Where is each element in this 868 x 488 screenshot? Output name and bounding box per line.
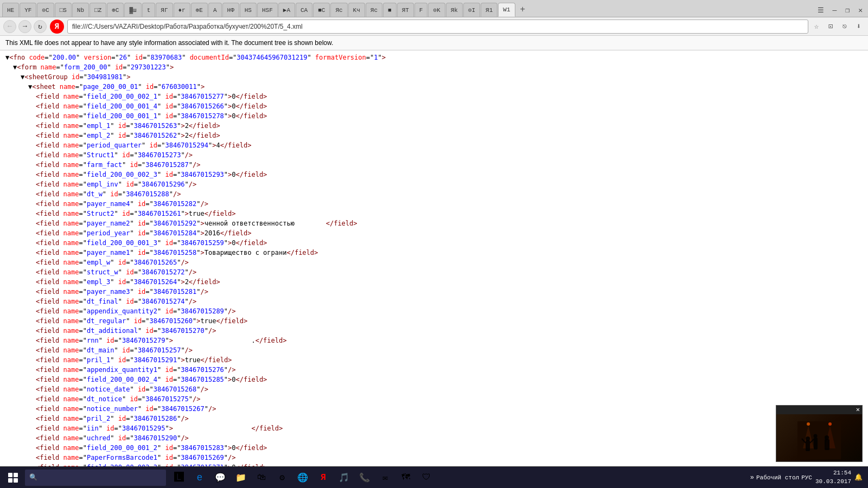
restore-button[interactable]: ❐ [842,5,853,16]
tab-10[interactable]: ЯГ [156,3,173,17]
xml-line-6: <field name="field_200_00_001_4" id="384… [5,101,863,111]
notifications-icon[interactable]: 🔔 [854,473,863,481]
tab-22[interactable]: Яc [366,3,382,17]
tab-26[interactable]: ⊙K [428,3,445,17]
reader-mode-icon[interactable]: ⊡ [825,21,837,33]
tab-11[interactable]: ♦r [174,3,190,17]
xml-line-30: <field name="rnn" id="38467015279"> .</f… [5,336,863,345]
tab-8[interactable]: ▓ш [124,3,141,17]
video-body [776,414,862,461]
svg-rect-16 [14,478,18,483]
taskbar-apps: 🅻 e 💬 📁 🛍 ⚙ 🌐 Я 🎵 📞 ✉ [169,468,436,487]
tab-1[interactable]: НE [2,3,19,17]
taskbar: 🔍 🅻 e 💬 📁 🛍 ⚙ 🌐 Я 🎵 📞 [0,466,868,488]
tab-2[interactable]: YF [20,3,36,17]
tab-30[interactable]: W1 [498,3,515,17]
taskbar-app-edge[interactable]: e [190,468,209,487]
taskbar-app-antivirus[interactable]: 🛡 [417,468,436,487]
taskbar-app-chrome[interactable]: 🌐 [293,468,312,487]
address-bar-row: ← → ↻ Я ☆ ⊡ ⎋ ⬇ [0,17,868,36]
xml-line-10: <field name="period_quarter" id="3846701… [5,140,863,150]
close-button[interactable]: ✕ [855,5,866,16]
xml-line-27: <field name="appendix_quantity2" id="384… [5,306,863,316]
minimize-button[interactable]: ☰ [814,5,827,16]
tab-6[interactable]: □Z [90,3,106,17]
tab-18[interactable]: CA [296,3,312,17]
taskbar-search[interactable]: 🔍 [25,470,166,486]
xml-line-40: <field name="uchred" id="38467015290"/> [5,433,863,443]
system-tray: » Рабочий стол РУС [750,474,812,481]
clock-date: 30.03.2017 [815,478,851,486]
taskbar-app-livewriter[interactable]: 🅻 [169,468,189,487]
tab-4[interactable]: □S [55,3,72,17]
start-button[interactable] [2,468,24,487]
tab-25[interactable]: F [414,3,428,17]
taskbar-app-skype[interactable]: 💬 [210,468,230,487]
xml-info-bar: This XML file does not appear to have an… [0,36,868,50]
share-icon[interactable]: ⎋ [839,21,851,33]
xml-line-37: <field name="notice_number" id="38467015… [5,404,863,414]
video-close-button[interactable]: ✕ [854,406,862,414]
xml-line-42: <field name="PaperFormsBarcode1" id="384… [5,453,863,463]
desktop-label: Рабочий стол [756,474,799,481]
bookmark-icon[interactable]: ☆ [810,21,822,33]
refresh-button[interactable]: ↻ [34,20,47,33]
tab-28[interactable]: ⊙I [463,3,480,17]
language-indicator[interactable]: РУС [801,474,812,481]
xml-content[interactable]: ▼<fno code="200.00" version="26" id="839… [0,50,868,466]
tab-13[interactable]: A [208,3,222,17]
tab-9[interactable]: t [142,3,156,17]
tab-5[interactable]: Nb [72,3,89,17]
svg-rect-13 [8,473,12,477]
tab-23[interactable]: ■ [383,3,397,17]
tab-17[interactable]: ▶A [278,3,295,17]
xml-line-19: <field name="period_year" id="3846701528… [5,228,863,238]
xml-line-22: <field name="empl_w" id="38467015265"/> [5,258,863,267]
xml-line-38: <field name="pril_2" id="38467015286"/> [5,414,863,423]
xml-line-43: <field name="field_200_00_002_2" id="384… [5,463,863,466]
xml-line-26: <field name="dt_final" id="38467015274"/… [5,297,863,306]
xml-info-text: This XML file does not appear to have an… [5,39,333,47]
tab-27[interactable]: Яk [446,3,463,17]
tab-14[interactable]: HФ [222,3,239,17]
svg-point-8 [814,434,818,438]
video-popup: ✕ [776,405,863,462]
back-button[interactable]: ← [3,20,16,33]
taskbar-app-map[interactable]: 🗺 [396,468,416,487]
yandex-logo: Я [50,20,64,34]
xml-line-15: <field name="dt_w" id="38467015288"/> [5,189,863,199]
tray-chevron[interactable]: » [750,474,754,481]
svg-point-1 [807,422,810,426]
system-clock[interactable]: 21:54 30.03.2017 [815,469,851,486]
maximize-button[interactable]: — [829,5,840,16]
taskbar-app-store[interactable]: 🛍 [252,468,271,487]
tab-12[interactable]: ⊕E [191,3,208,17]
tab-20[interactable]: Яc [330,3,347,17]
xml-line-36: <field name="dt_notice" id="38467015275"… [5,394,863,404]
xml-line-29: <field name="dt_additional" id="38467015… [5,326,863,336]
taskbar-app-music[interactable]: 🎵 [334,468,354,487]
xml-line-12: <field name="farm_fact" id="38467015287"… [5,160,863,170]
xml-line-1: ▼<fno code="200.00" version="26" id="839… [5,53,863,62]
download-icon[interactable]: ⬇ [853,21,865,33]
taskbar-app-yandex[interactable]: Я [314,468,333,487]
forward-button[interactable]: → [18,20,31,33]
tab-24[interactable]: ЯТ [397,3,414,17]
new-tab-button[interactable]: + [516,3,530,17]
tab-7[interactable]: ⊕C [107,3,124,17]
tab-15[interactable]: HS [240,3,257,17]
tab-16[interactable]: HSF [257,3,278,17]
tab-3[interactable]: ⊙C [37,3,54,17]
xml-line-31: <field name="dt_main" id="38467015257"/> [5,345,863,355]
taskbar-app-phone[interactable]: 📞 [355,468,374,487]
svg-rect-0 [797,421,841,459]
taskbar-app-settings[interactable]: ⚙ [272,468,292,487]
taskbar-app-folder[interactable]: 📁 [231,468,251,487]
address-input[interactable] [67,20,808,34]
tab-21[interactable]: Kч [348,3,365,17]
svg-point-2 [828,422,832,426]
tab-19[interactable]: ■C [313,3,330,17]
tab-29[interactable]: Я1 [481,3,497,17]
taskbar-app-mail[interactable]: ✉ [375,468,395,487]
xml-line-32: <field name="pril_1" id="38467015291">tr… [5,355,863,365]
